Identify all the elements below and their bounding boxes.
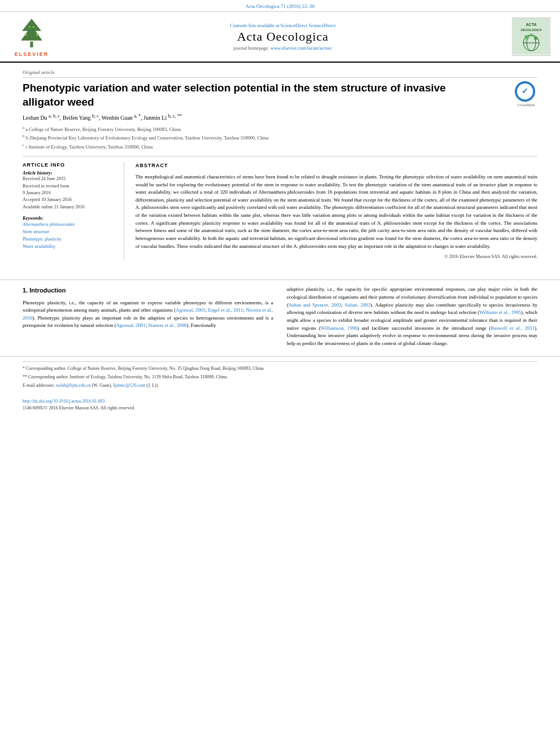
article-history: Article history: Received 24 June 2015 R… <box>23 170 117 210</box>
svg-text:✓: ✓ <box>522 86 528 95</box>
svg-point-5 <box>33 26 34 28</box>
accepted-date: Accepted 10 January 2016 <box>23 196 117 203</box>
article-info-heading: ARTICLE INFO <box>23 162 117 168</box>
svg-point-14 <box>530 33 533 37</box>
abstract-text: The morphological and anatomical charact… <box>135 173 537 250</box>
intro-heading: 1. Introduction <box>23 286 273 295</box>
footnotes-section: * Corresponding author. College of Natur… <box>0 356 560 395</box>
svg-marker-1 <box>21 19 42 41</box>
svg-point-12 <box>524 35 529 40</box>
journal-volume-info: Acta Oecologica 71 (2016) 22–30 <box>246 3 314 9</box>
author-leshan: Leshan Du <box>23 115 49 121</box>
svg-point-2 <box>25 33 27 36</box>
sciencedirect-label: Contents lists available at ScienceDirec… <box>59 23 507 28</box>
abstract-column: ABSTRACT The morphological and anatomica… <box>135 162 537 260</box>
affiliation-c: c c Institute of Ecology, Taizhou Univer… <box>23 142 537 151</box>
copyright-line: © 2016 Elsevier Masson SAS. All rights r… <box>135 254 537 260</box>
intro-right-column: adaptive plasticity, i.e., the capacity … <box>287 286 537 351</box>
journal-center: Contents lists available at ScienceDirec… <box>59 23 507 51</box>
crossmark-text: CrossMark <box>515 103 537 107</box>
email-wguan[interactable]: swlab@bjfu.edu.cn <box>56 383 91 388</box>
journal-reference: Acta Oecologica 71 (2016) 22–30 <box>0 0 560 12</box>
revised-date: 9 January 2016 <box>23 190 117 196</box>
svg-point-3 <box>36 33 38 36</box>
info-abstract-columns: ARTICLE INFO Article history: Received 2… <box>23 156 537 260</box>
crossmark-icon: ✓ <box>515 81 535 102</box>
keywords-section: Keywords: Alternanthera philoxeroides St… <box>23 215 117 251</box>
doi-link[interactable]: http://dx.doi.org/10.1016/j.actao.2016.0… <box>23 399 104 404</box>
author-junmin: Junmin Li <box>143 115 168 121</box>
affiliations: a a College of Nature Reserve, Beijing F… <box>23 125 537 151</box>
svg-text:OECOLOGICA: OECOLOGICA <box>520 28 542 32</box>
affiliation-b: b b Zhejiang Provincial Key Laboratory o… <box>23 133 537 142</box>
author-beifen: Beifen Yang <box>63 115 92 121</box>
ref-williamson-1996[interactable]: Williamson, 1996 <box>321 325 357 331</box>
acta-journal-logo: ACTA OECOLOGICA <box>511 18 551 56</box>
keyword-1: Alternanthera philoxeroides <box>23 221 117 228</box>
crossmark-badge: ✓ CrossMark <box>515 81 537 107</box>
footnote-email: E-mail addresses: swlab@bjfu.edu.cn (W. … <box>23 382 537 389</box>
rights-section: 1146-609X/© 2016 Elsevier Masson SAS. Al… <box>0 404 560 415</box>
ref-williams-1995[interactable]: Williams et al., 1995 <box>479 309 521 315</box>
online-date: Available online 21 January 2016 <box>23 204 117 211</box>
elsevier-logo: ELSEVIER <box>9 16 54 57</box>
footnote-star1: * Corresponding author. College of Natur… <box>23 365 537 372</box>
footnote-star2: ** Corresponding author. Institute of Ec… <box>23 374 537 381</box>
history-title: Article history: <box>23 170 117 176</box>
article-info-column: ARTICLE INFO Article history: Received 2… <box>23 162 124 260</box>
intro-left-column: 1. Introduction Phenotypic plasticity, i… <box>23 286 273 351</box>
ref-buswell-2011[interactable]: Buswell et al., 2011 <box>491 325 534 331</box>
email-jli[interactable]: lijmtzc@126.com <box>113 383 145 388</box>
svg-text:ACTA: ACTA <box>526 23 537 27</box>
doi-section: http://dx.doi.org/10.1016/j.actao.2016.0… <box>0 395 560 404</box>
ref-agrawal-2001b[interactable]: Agrawal, 2001 <box>116 322 146 328</box>
revised-label: Received in revised form <box>23 183 117 190</box>
received-date: Received 24 June 2015 <box>23 176 117 182</box>
ref-engel-2011[interactable]: Engel et al., 2011 <box>208 307 243 313</box>
homepage-link[interactable]: www.elsevier.com/locate/actoec <box>270 45 332 51</box>
svg-point-13 <box>534 37 537 40</box>
ref-stanton-2000[interactable]: Stanton et al., 2000 <box>148 322 187 328</box>
ref-agrawal-2001[interactable]: Agrawal, 2001 <box>176 307 205 313</box>
journal-header: ELSEVIER Contents lists available at Sci… <box>0 12 560 63</box>
intro-paragraph-right: adaptive plasticity, i.e., the capacity … <box>287 286 537 347</box>
elsevier-text: ELSEVIER <box>15 51 49 57</box>
authors-line: Leshan Du a, b, c, Beifen Yang b, c, Wen… <box>23 113 537 121</box>
journal-homepage: journal homepage: www.elsevier.com/locat… <box>59 45 507 51</box>
svg-rect-0 <box>30 42 33 47</box>
affiliation-a: a a College of Nature Reserve, Beijing F… <box>23 125 537 133</box>
keyword-3: Phenotypic plasticity <box>23 235 117 243</box>
introduction-section: 1. Introduction Phenotypic plasticity, i… <box>0 286 560 351</box>
intro-paragraph-left: Phenotypic plasticity, i.e., the capacit… <box>23 299 273 330</box>
article-section: Original article Phenotypic variation an… <box>0 63 560 274</box>
section-divider <box>0 279 560 280</box>
keyword-4: Water availability <box>23 243 117 250</box>
article-title-row: Phenotypic variation and water selection… <box>23 81 537 109</box>
svg-point-4 <box>29 26 30 28</box>
ref-sultan-2003[interactable]: Sultan, 2003 <box>345 302 371 308</box>
abstract-heading: ABSTRACT <box>135 162 537 170</box>
article-title: Phenotypic variation and water selection… <box>23 81 460 109</box>
article-type-label: Original article <box>23 69 537 78</box>
keywords-title: Keywords: <box>23 215 117 221</box>
author-wenbin: Wenbin Guan <box>102 115 134 121</box>
journal-title: Acta Oecologica <box>59 29 507 44</box>
keyword-2: Stem structure <box>23 228 117 235</box>
ref-sultan-spencer-2002[interactable]: Sultan and Spencer, 2002 <box>288 302 342 308</box>
